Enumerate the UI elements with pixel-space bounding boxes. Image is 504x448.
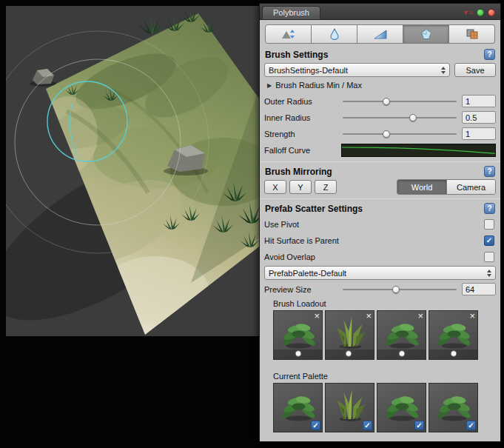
section-divider [260, 161, 500, 162]
loadout-thumbnail[interactable]: × [325, 310, 374, 360]
tool-texture-button[interactable] [449, 24, 495, 44]
tool-sculpt-button[interactable] [265, 24, 312, 44]
falloff-curve-icon [342, 144, 495, 156]
brush-loadout-row: × × × [273, 310, 496, 360]
mode-toolbar [265, 24, 495, 44]
slider-thumb[interactable] [383, 130, 390, 138]
inner-radius-field[interactable]: 0.5 [462, 111, 496, 124]
strength-slider[interactable] [343, 128, 457, 140]
panel-body: Brush Settings ? BrushSettings-Default S… [260, 20, 500, 441]
slider-thumb[interactable] [392, 286, 400, 293]
window-tabbar: Polybrush ▼≡ [260, 4, 500, 20]
brush-preset-dropdown[interactable]: BrushSettings-Default [264, 63, 450, 77]
mirror-space-camera[interactable]: Camera [446, 180, 495, 194]
inner-radius-slider[interactable] [343, 112, 457, 124]
use-pivot-label: Use Pivot [264, 220, 299, 229]
prism-icon [420, 28, 433, 40]
leafy-plant-icon [382, 388, 423, 424]
current-palette-row: ✓ ✓ ✓ [273, 383, 496, 432]
check-icon: ✓ [468, 422, 474, 429]
outer-radius-field[interactable]: 1 [462, 95, 496, 107]
leafy-plant-icon [434, 388, 474, 424]
palette-item-checkbox[interactable]: ✓ [466, 421, 476, 430]
remove-prefab-icon[interactable]: × [417, 311, 423, 321]
tab-polybrush[interactable]: Polybrush [262, 6, 320, 19]
prefab-palette-dropdown[interactable]: PrefabPalette-Default [264, 266, 496, 280]
brush-settings-section: Brush Settings ? BrushSettings-Default S… [264, 49, 496, 157]
maximize-button[interactable] [477, 9, 484, 16]
outer-radius-slider[interactable] [343, 96, 457, 107]
check-icon: ✓ [486, 237, 492, 244]
use-pivot-checkbox[interactable]: ✓ [484, 219, 494, 230]
mountain-icon [280, 28, 297, 40]
remove-prefab-icon[interactable]: × [469, 311, 475, 321]
palette-item-checkbox[interactable]: ✓ [311, 421, 320, 430]
palette-item-checkbox[interactable]: ✓ [363, 421, 372, 430]
strength-label: Strength [264, 130, 341, 138]
strength-field[interactable]: 1 [462, 127, 496, 140]
close-button[interactable] [488, 9, 495, 16]
brush-radius-foldout-label: Brush Radius Min / Max [275, 81, 362, 90]
polybrush-window: Polybrush ▼≡ [259, 3, 501, 442]
prefab-weight-knob[interactable] [295, 350, 301, 357]
preview-size-slider[interactable] [343, 284, 457, 295]
prefab-palette-value: PrefabPalette-Default [269, 269, 346, 278]
prefab-weight-knob[interactable] [450, 350, 457, 357]
hit-surface-checkbox[interactable]: ✓ [484, 235, 494, 246]
check-icon: ✓ [364, 422, 370, 429]
loadout-thumbnail[interactable]: × [377, 310, 426, 360]
palette-thumbnail[interactable]: ✓ [325, 383, 374, 432]
help-icon[interactable]: ? [484, 49, 495, 60]
check-icon: ✓ [416, 422, 422, 429]
tool-scatter-button[interactable] [403, 24, 449, 44]
falloff-curve-editor[interactable] [341, 144, 496, 157]
brush-loadout-label: Brush Loadout [273, 299, 496, 308]
preview-size-label: Preview Size [264, 285, 341, 294]
grass-tuft-icon [330, 388, 371, 424]
grass-tuft-icon [330, 315, 371, 351]
palette-thumbnail[interactable]: ✓ [273, 383, 323, 432]
brush-preset-value: BrushSettings-Default [269, 66, 348, 75]
palette-item-checkbox[interactable]: ✓ [414, 421, 424, 430]
palette-thumbnail[interactable]: ✓ [429, 383, 478, 432]
mirror-x-button[interactable]: X [264, 180, 286, 194]
mirror-y-button[interactable]: Y [289, 180, 312, 194]
leafy-plant-icon [382, 315, 423, 351]
droplet-icon [329, 28, 340, 40]
prefab-weight-knob[interactable] [345, 350, 352, 357]
slider-thumb[interactable] [409, 114, 417, 121]
hit-surface-label: Hit Surface is Parent [264, 236, 339, 245]
avoid-overlap-label: Avoid Overlap [264, 253, 315, 261]
loadout-thumbnail[interactable]: × [273, 310, 323, 360]
remove-prefab-icon[interactable]: × [366, 311, 372, 321]
gradient-triangle-icon [373, 28, 388, 40]
palette-thumbnail[interactable]: ✓ [377, 383, 426, 432]
leafy-plant-icon [278, 388, 319, 424]
save-button[interactable]: Save [454, 63, 496, 77]
mirror-space-world[interactable]: World [397, 180, 446, 194]
leafy-plant-icon [278, 315, 319, 351]
falloff-curve-label: Falloff Curve [264, 146, 341, 155]
preview-size-field[interactable]: 64 [462, 283, 496, 295]
brush-settings-title: Brush Settings [265, 50, 328, 60]
slider-thumb[interactable] [383, 98, 390, 105]
help-icon[interactable]: ? [484, 203, 495, 214]
avoid-overlap-checkbox[interactable]: ✓ [484, 252, 494, 262]
tool-paint-button[interactable] [357, 24, 403, 44]
outer-radius-label: Outer Radius [264, 97, 341, 106]
loadout-thumbnail[interactable]: × [429, 310, 478, 360]
tool-smooth-button[interactable] [312, 24, 357, 44]
mirror-z-button[interactable]: Z [315, 180, 337, 194]
inner-radius-label: Inner Radius [264, 113, 341, 122]
current-palette-label: Current Palette [273, 372, 496, 381]
window-controls: ▼≡ [463, 9, 500, 19]
help-icon[interactable]: ? [484, 166, 495, 177]
remove-prefab-icon[interactable]: × [314, 311, 320, 321]
leafy-plant-icon [434, 315, 474, 351]
brush-radius-foldout[interactable]: ▶ Brush Radius Min / Max [267, 79, 496, 91]
foldout-arrow-icon: ▶ [267, 82, 272, 89]
section-divider [260, 198, 500, 199]
pane-menu-icon[interactable]: ▼≡ [463, 10, 473, 16]
prefab-weight-knob[interactable] [398, 350, 405, 357]
mirror-space-toggle: World Camera [397, 179, 496, 195]
